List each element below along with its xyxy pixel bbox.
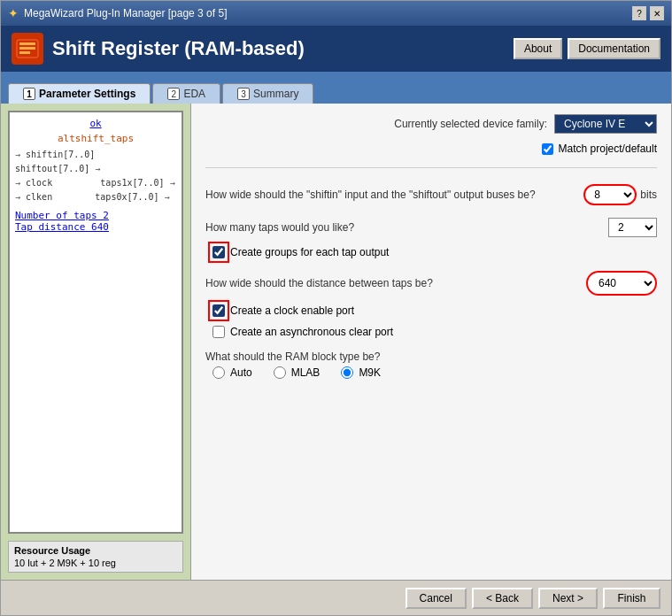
bus-width-dropdown[interactable]: 8 1 2 4 16 32	[583, 184, 637, 205]
port-taps1: taps1x[7..0]	[100, 178, 164, 188]
radio-mlab-label: MLAB	[291, 366, 321, 379]
clock-enable-checkbox[interactable]	[212, 304, 225, 317]
clock-enable-label: Create a clock enable port	[230, 304, 354, 317]
cancel-button[interactable]: Cancel	[406, 588, 467, 609]
title-bar: ✦ MegaWizard Plug-In Manager [page 3 of …	[1, 1, 671, 26]
cb2-row: Create a clock enable port	[212, 304, 657, 317]
q1-row: How wide should the "shiftin" input and …	[205, 184, 657, 205]
right-panel: Currently selected device family: Cyclon…	[191, 104, 671, 580]
bottom-bar: Cancel < Back Next > Finish	[1, 580, 671, 615]
resource-box: Resource Usage 10 lut + 2 M9K + 10 reg	[8, 541, 183, 573]
next-button[interactable]: Next >	[538, 588, 598, 609]
q2-row: How many taps would you like? 2 1 3 4	[205, 218, 657, 237]
diagram-ok[interactable]: ok	[15, 118, 176, 129]
resource-value: 10 lut + 2 M9K + 10 reg	[14, 558, 177, 568]
tab-parameter-settings[interactable]: 1 Parameter Settings	[8, 83, 151, 104]
tab-3-label: Summary	[253, 88, 298, 100]
port-clken: clken	[26, 192, 52, 202]
diagram-link-1[interactable]: Number of taps 2	[15, 210, 176, 221]
close-button[interactable]: ✕	[650, 6, 664, 20]
ram-type-section: What should the RAM block type be? Auto …	[205, 347, 657, 379]
create-groups-label: Create groups for each tap output	[230, 246, 389, 258]
radio-auto-option[interactable]: Auto	[212, 366, 252, 379]
tab-2-label: EDA	[183, 88, 205, 100]
header-title: Shift Register (RAM-based)	[12, 33, 305, 65]
port-clock: clock	[26, 178, 52, 188]
radio-m9k-label: M9K	[359, 366, 381, 379]
match-checkbox[interactable]	[542, 143, 553, 155]
port-row-2: → clock taps1x[7..0] →	[15, 176, 176, 190]
header-icon	[12, 33, 43, 65]
radio-mlab[interactable]	[274, 366, 286, 379]
radio-m9k-option[interactable]: M9K	[341, 366, 381, 379]
arrow-in-1: →	[15, 150, 26, 159]
radio-auto-label: Auto	[230, 366, 252, 379]
main-window: ✦ MegaWizard Plug-In Manager [page 3 of …	[0, 0, 672, 616]
port-taps0: taps0x[7..0]	[95, 192, 158, 202]
async-clear-label: Create an asynchronous clear port	[230, 326, 393, 338]
taps-dropdown[interactable]: 2 1 3 4	[608, 218, 657, 237]
port-shiftin: shiftin[7..0]	[26, 150, 95, 159]
tap-distance-dropdown[interactable]: 640 320 160 80	[586, 271, 657, 296]
documentation-button[interactable]: Documentation	[568, 38, 660, 59]
ram-type-label: What should the RAM block type be?	[205, 350, 657, 363]
main-content: ok altshift_taps → shiftin[7..0] shiftou…	[1, 104, 671, 580]
device-family-row: Currently selected device family: Cyclon…	[205, 114, 657, 134]
device-dropdown[interactable]: Cyclone IV E	[554, 114, 657, 134]
arrow-out-1: →	[95, 164, 100, 173]
title-bar-left: ✦ MegaWizard Plug-In Manager [page 3 of …	[8, 6, 227, 20]
help-button[interactable]: ?	[632, 6, 646, 20]
match-row: Match project/default	[205, 142, 657, 155]
left-panel: ok altshift_taps → shiftin[7..0] shiftou…	[1, 104, 191, 580]
header-buttons: About Documentation	[514, 38, 660, 59]
q1-text: How wide should the "shiftin" input and …	[205, 189, 583, 201]
ram-type-row: What should the RAM block type be?	[205, 350, 657, 363]
match-label: Match project/default	[559, 142, 657, 155]
header-area: Shift Register (RAM-based) About Documen…	[1, 26, 671, 72]
arrow-out-2: →	[170, 178, 175, 188]
diagram-link-2[interactable]: Tap distance 640	[15, 221, 176, 233]
device-dropdown-wrapper: Cyclone IV E	[554, 114, 657, 134]
tab-summary[interactable]: 3 Summary	[222, 83, 313, 104]
arrow-in-2: →	[15, 178, 26, 188]
q2-text: How many taps would you like?	[205, 221, 608, 234]
device-family-label: Currently selected device family:	[394, 118, 547, 130]
tab-eda[interactable]: 2 EDA	[152, 83, 220, 104]
port-row-3: → clken taps0x[7..0] →	[15, 190, 176, 204]
q3-text: How wide should the distance between tap…	[205, 277, 586, 289]
tabs-bar: 1 Parameter Settings 2 EDA 3 Summary	[1, 72, 671, 104]
port-shiftout: shiftout[7..0]	[15, 164, 89, 173]
radio-m9k[interactable]	[341, 366, 353, 379]
diagram-ports: → shiftin[7..0] shiftout[7..0] → → clock…	[15, 148, 176, 204]
arrow-in-3: →	[15, 192, 26, 202]
diagram-links: Number of taps 2 Tap distance 640	[15, 210, 176, 233]
tab-1-number: 1	[23, 88, 35, 100]
ram-radio-group: Auto MLAB M9K	[212, 366, 657, 379]
page-title: Shift Register (RAM-based)	[52, 37, 305, 60]
diagram-box: ok altshift_taps → shiftin[7..0] shiftou…	[8, 111, 183, 534]
arrow-out-3: →	[165, 192, 170, 202]
svg-rect-2	[19, 47, 35, 50]
finish-button[interactable]: Finish	[603, 588, 660, 609]
svg-rect-3	[19, 51, 30, 54]
title-bar-controls: ? ✕	[632, 6, 664, 20]
resource-title: Resource Usage	[14, 545, 177, 556]
async-clear-checkbox[interactable]	[212, 326, 225, 338]
svg-rect-1	[19, 42, 35, 45]
radio-auto[interactable]	[212, 366, 225, 379]
tab-1-label: Parameter Settings	[39, 88, 135, 100]
divider-1	[205, 167, 657, 168]
tab-2-number: 2	[167, 88, 180, 100]
back-button[interactable]: < Back	[472, 588, 533, 609]
q2-answer: 2 1 3 4	[608, 218, 657, 237]
port-row-1: → shiftin[7..0] shiftout[7..0] →	[15, 148, 176, 176]
create-groups-checkbox[interactable]	[212, 246, 225, 258]
bits-label: bits	[640, 189, 657, 201]
about-button[interactable]: About	[514, 38, 562, 59]
q3-answer: 640 320 160 80	[586, 271, 657, 296]
diagram-module: altshift_taps	[15, 133, 176, 144]
radio-mlab-option[interactable]: MLAB	[274, 366, 321, 379]
cb1-row: Create groups for each tap output	[212, 246, 657, 258]
tab-3-number: 3	[237, 88, 250, 100]
app-icon: ✦	[8, 6, 19, 20]
